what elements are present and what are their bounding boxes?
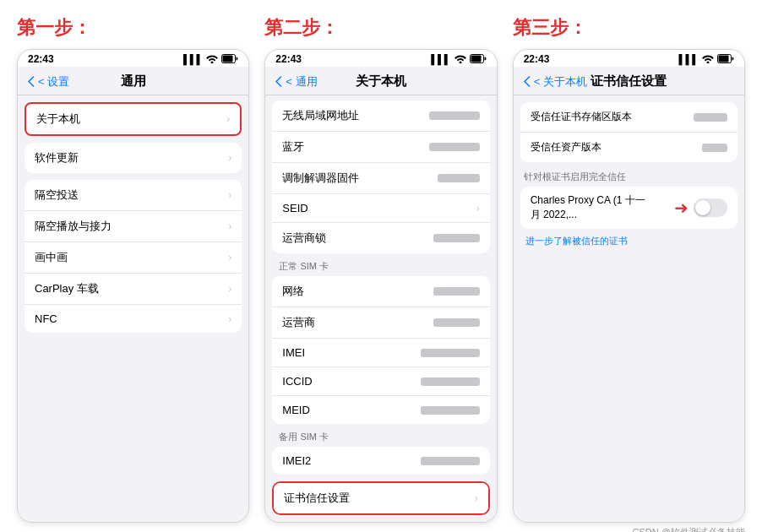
phone-content-3: 受信任证书存储区版本 受信任资产版本 针对根证书启用完全信任 Charles P… bbox=[514, 95, 744, 522]
cert-section: 证书信任设置 › bbox=[265, 481, 496, 515]
phone-content-1: 关于本机 › 软件更新 › 隔空投送 bbox=[18, 95, 248, 522]
settings-section-1a: 关于本机 › 软件更新 › bbox=[18, 102, 248, 173]
chevron-about: › bbox=[226, 113, 230, 125]
cert-toggle-row: Charles Proxy CA (1 十一月 2022,... ➜ bbox=[520, 187, 738, 229]
nav-back-3[interactable]: < 关于本机 bbox=[524, 74, 587, 90]
nav-back-1[interactable]: < 设置 bbox=[28, 74, 69, 90]
wifi-icon bbox=[206, 54, 218, 65]
step-2: 第二步： 22:43 ▌▌▌ < 通用 bbox=[264, 15, 497, 523]
status-icons-2: ▌▌▌ bbox=[431, 54, 486, 65]
about-list: 无线局域网地址 蓝牙 调制解调器固件 SEID bbox=[272, 100, 489, 253]
battery-icon-3 bbox=[717, 54, 734, 65]
nav-bar-1: < 设置 通用 bbox=[18, 67, 248, 95]
imei-item: IMEI bbox=[272, 339, 489, 367]
step-1-title: 第一步： bbox=[17, 15, 249, 41]
nav-title-2: 关于本机 bbox=[356, 73, 406, 90]
nfc-item[interactable]: NFC › bbox=[24, 305, 242, 333]
carrier-item: 运营商 bbox=[272, 307, 489, 339]
seid-item[interactable]: SEID › bbox=[272, 194, 489, 223]
status-bar-3: 22:43 ▌▌▌ bbox=[514, 50, 744, 67]
trust-store-list: 受信任证书存储区版本 受信任资产版本 bbox=[520, 102, 738, 162]
step-3: 第三步： 22:43 ▌▌▌ < 关于本机 bbox=[513, 15, 745, 523]
meid-item: MEID bbox=[272, 396, 489, 424]
footer: CSDN @软件测试必备技能 bbox=[17, 523, 745, 532]
esim-section-label: 备用 SIM 卡 bbox=[265, 431, 496, 447]
learn-more-row: 进一步了解被信任的证书 bbox=[520, 229, 738, 251]
cert-controls: ➜ bbox=[694, 198, 727, 217]
bluetooth-item: 蓝牙 bbox=[272, 132, 489, 163]
cert-trust-row[interactable]: 证书信任设置 › bbox=[274, 483, 487, 513]
carrier-lock-item: 运营商锁 bbox=[272, 223, 489, 253]
nav-back-2[interactable]: < 通用 bbox=[275, 74, 317, 90]
airplay-item[interactable]: 隔空播放与接力 › bbox=[24, 211, 242, 242]
status-time-2: 22:43 bbox=[275, 53, 302, 65]
signal-icon: ▌▌▌ bbox=[183, 54, 203, 64]
modem-item: 调制解调器固件 bbox=[272, 163, 489, 194]
svg-rect-1 bbox=[223, 55, 233, 62]
sim-section-label: 正常 SIM 卡 bbox=[265, 260, 496, 276]
iccid-item: ICCID bbox=[272, 367, 489, 396]
about-section: 无线局域网地址 蓝牙 调制解调器固件 SEID bbox=[265, 100, 496, 253]
trust-store-item: 受信任证书存储区版本 bbox=[520, 102, 738, 133]
trust-asset-item: 受信任资产版本 bbox=[520, 133, 738, 162]
phone-content-2: 无线局域网地址 蓝牙 调制解调器固件 SEID bbox=[265, 95, 496, 522]
wifi-icon-3 bbox=[702, 54, 714, 65]
airdrop-item[interactable]: 隔空投送 › bbox=[24, 180, 242, 211]
status-time-1: 22:43 bbox=[28, 53, 54, 65]
software-update-list: 软件更新 › bbox=[24, 143, 242, 173]
battery-icon bbox=[221, 54, 238, 65]
about-machine-label: 关于本机 bbox=[36, 111, 80, 127]
settings-section-1b: 隔空投送 › 隔空播放与接力 › 画中画 › CarPlay 车载 bbox=[18, 180, 248, 333]
nav-title-3: 证书信任设置 bbox=[591, 73, 667, 90]
full-trust-label: 针对根证书启用完全信任 bbox=[520, 169, 738, 187]
software-update-item[interactable]: 软件更新 › bbox=[24, 143, 242, 173]
svg-rect-3 bbox=[471, 55, 481, 62]
nav-bar-2: < 通用 关于本机 bbox=[265, 67, 496, 95]
status-time-3: 22:43 bbox=[524, 53, 550, 65]
phone-frame-1: 22:43 ▌▌▌ < 设置 通用 bbox=[17, 49, 249, 523]
signal-icon-3: ▌▌▌ bbox=[679, 54, 699, 64]
wifi-addr-item: 无线局域网地址 bbox=[272, 100, 489, 132]
steps-container: 第一步： 22:43 ▌▌▌ < 设置 bbox=[17, 15, 745, 523]
status-bar-2: 22:43 ▌▌▌ bbox=[265, 50, 496, 67]
cert-trust-item[interactable]: 证书信任设置 › bbox=[272, 481, 489, 515]
battery-icon-2 bbox=[470, 54, 487, 65]
svg-rect-5 bbox=[718, 55, 728, 62]
full-trust-section: 针对根证书启用完全信任 Charles Proxy CA (1 十一月 2022… bbox=[520, 169, 738, 251]
about-machine-list: 关于本机 › bbox=[24, 102, 242, 136]
carplay-item[interactable]: CarPlay 车载 › bbox=[24, 274, 242, 305]
sim-section: 正常 SIM 卡 网络 运营商 IMEI bbox=[265, 260, 496, 424]
esim-list: IMEI2 bbox=[272, 447, 489, 475]
step-2-title: 第二步： bbox=[264, 15, 497, 41]
cert-name-label: Charles Proxy CA (1 十一月 2022,... bbox=[531, 193, 694, 222]
learn-more-link[interactable]: 进一步了解被信任的证书 bbox=[522, 234, 631, 247]
nav-title-1: 通用 bbox=[121, 73, 146, 90]
cert-toggle[interactable] bbox=[694, 198, 727, 217]
step-3-title: 第三步： bbox=[513, 15, 745, 41]
pip-item[interactable]: 画中画 › bbox=[24, 242, 242, 274]
phone-frame-2: 22:43 ▌▌▌ < 通用 关于本机 bbox=[264, 49, 497, 523]
status-icons-1: ▌▌▌ bbox=[183, 54, 238, 65]
phone-frame-3: 22:43 ▌▌▌ < 关于本机 证书信任设置 bbox=[513, 49, 745, 523]
esim-section: 备用 SIM 卡 IMEI2 bbox=[265, 431, 496, 475]
wifi-icon-2 bbox=[454, 54, 466, 65]
sim-list: 网络 运营商 IMEI ICCID bbox=[272, 276, 489, 424]
step-1: 第一步： 22:43 ▌▌▌ < 设置 bbox=[17, 15, 249, 523]
signal-icon-2: ▌▌▌ bbox=[431, 54, 450, 64]
general-list: 隔空投送 › 隔空播放与接力 › 画中画 › CarPlay 车载 bbox=[24, 180, 242, 333]
status-icons-3: ▌▌▌ bbox=[679, 54, 734, 65]
nav-bar-3: < 关于本机 证书信任设置 bbox=[514, 67, 744, 95]
imei2-item: IMEI2 bbox=[272, 447, 489, 475]
red-arrow-icon: ➜ bbox=[674, 198, 689, 218]
network-item: 网络 bbox=[272, 276, 489, 307]
status-bar-1: 22:43 ▌▌▌ bbox=[18, 50, 248, 67]
about-machine-item[interactable]: 关于本机 › bbox=[24, 102, 242, 136]
